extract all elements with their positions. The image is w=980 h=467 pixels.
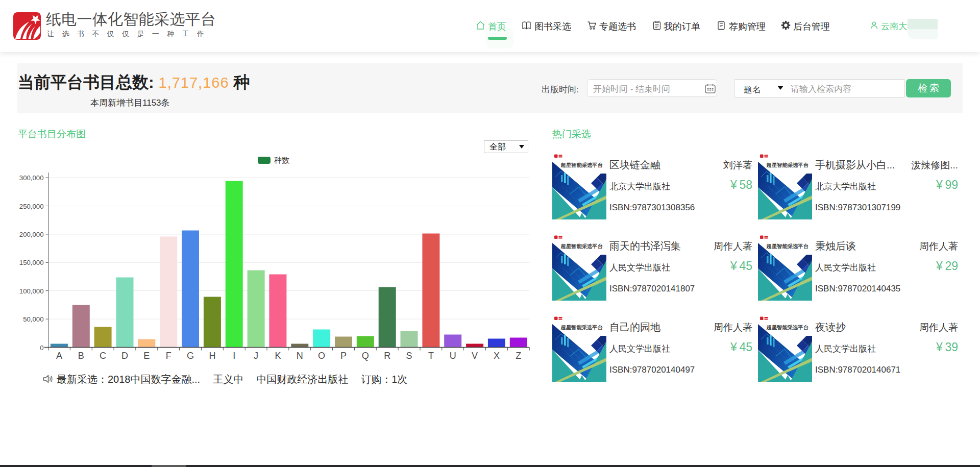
svg-text:R: R: [384, 351, 390, 361]
svg-text:H: H: [209, 351, 215, 361]
svg-text:V: V: [472, 351, 478, 361]
svg-text:100,000: 100,000: [19, 287, 44, 295]
svg-text:I: I: [233, 351, 235, 361]
svg-text:300,000: 300,000: [19, 174, 44, 182]
svg-text:F: F: [166, 351, 172, 361]
svg-text:S: S: [406, 351, 412, 361]
svg-text:A: A: [56, 351, 62, 361]
svg-text:150,000: 150,000: [19, 259, 44, 266]
svg-text:0: 0: [40, 344, 43, 352]
svg-text:N: N: [297, 351, 303, 361]
svg-text:G: G: [187, 351, 194, 361]
svg-text:B: B: [78, 351, 84, 361]
svg-text:K: K: [275, 351, 281, 361]
svg-text:Z: Z: [516, 351, 521, 361]
svg-text:200,000: 200,000: [19, 231, 44, 238]
svg-text:U: U: [450, 351, 456, 361]
svg-text:T: T: [428, 351, 434, 361]
svg-text:50,000: 50,000: [23, 315, 43, 323]
svg-text:J: J: [254, 351, 258, 361]
svg-text:Q: Q: [362, 351, 369, 361]
svg-text:X: X: [494, 351, 500, 361]
svg-text:250,000: 250,000: [19, 203, 44, 210]
svg-text:P: P: [340, 351, 347, 361]
svg-text:O: O: [318, 351, 325, 361]
svg-text:C: C: [100, 351, 106, 361]
svg-text:E: E: [143, 351, 150, 361]
svg-text:D: D: [121, 351, 128, 361]
